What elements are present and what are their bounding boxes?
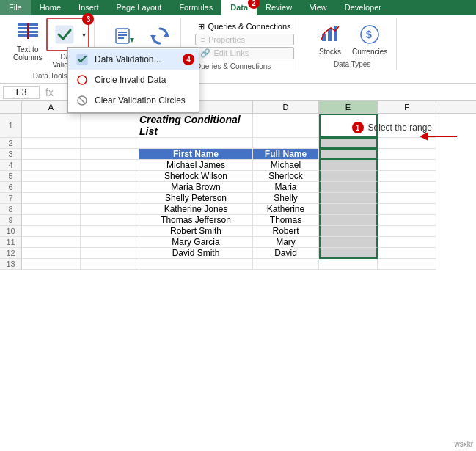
dropdown-clear-circles-item[interactable]: Clear Validation Circles	[68, 90, 199, 111]
cell-d10[interactable]: Robert	[253, 226, 319, 237]
dropdown-circle-invalid-item[interactable]: Circle Invalid Data	[68, 70, 199, 90]
cell-f5[interactable]	[378, 171, 436, 182]
cell-d2[interactable]	[253, 138, 319, 149]
cell-a2[interactable]	[22, 138, 81, 149]
cell-a6[interactable]	[22, 182, 81, 193]
cell-e8[interactable]	[319, 204, 378, 215]
cell-d12[interactable]: David	[253, 248, 319, 259]
cell-e10[interactable]	[319, 226, 378, 237]
cell-e7[interactable]	[319, 193, 378, 204]
cell-c4[interactable]: Michael James	[139, 160, 253, 171]
cell-a3[interactable]	[22, 149, 81, 160]
cell-c8[interactable]: Katherine Jones	[139, 204, 253, 215]
cell-b1[interactable]	[81, 114, 139, 138]
cell-a5[interactable]	[22, 171, 81, 182]
cell-b8[interactable]	[81, 204, 139, 215]
stocks-button[interactable]: Stocks	[314, 20, 346, 57]
corner-cell	[0, 101, 22, 113]
svg-marker-10	[130, 38, 134, 43]
queries-connections-button[interactable]: ⊞ Queries & Connections	[195, 21, 293, 32]
cell-c7[interactable]: Shelly Peterson	[139, 193, 253, 204]
cell-f13[interactable]	[378, 259, 436, 270]
cell-f11[interactable]	[378, 237, 436, 248]
cell-d5[interactable]: Sherlock	[253, 171, 319, 182]
tab-view[interactable]: View	[301, 0, 336, 15]
cell-b5[interactable]	[81, 171, 139, 182]
cell-a8[interactable]	[22, 204, 81, 215]
cell-e13[interactable]	[319, 259, 378, 270]
tab-formulas[interactable]: Formulas	[170, 0, 221, 15]
dropdown-badge-4: 4	[183, 54, 194, 65]
tab-developer[interactable]: Developer	[336, 0, 390, 15]
data-validation-button[interactable]	[48, 20, 81, 49]
cell-d1[interactable]	[253, 114, 319, 138]
cell-c5[interactable]: Sherlock Wilson	[139, 171, 253, 182]
cell-a12[interactable]	[22, 248, 81, 259]
cell-f8[interactable]	[378, 204, 436, 215]
cell-f4[interactable]	[378, 160, 436, 171]
cell-e2[interactable]	[319, 138, 378, 149]
cell-d3-header[interactable]: Full Name	[253, 149, 319, 160]
cell-f6[interactable]	[378, 182, 436, 193]
cell-b11[interactable]	[81, 237, 139, 248]
cell-b4[interactable]	[81, 160, 139, 171]
cell-e12[interactable]	[319, 248, 378, 259]
cell-d8[interactable]: Katherine	[253, 204, 319, 215]
cell-a13[interactable]	[22, 259, 81, 270]
svg-point-19	[78, 76, 87, 84]
cell-c10[interactable]: Robert Smith	[139, 226, 253, 237]
cell-a11[interactable]	[22, 237, 81, 248]
cell-e9[interactable]	[319, 215, 378, 226]
cell-d13[interactable]	[253, 259, 319, 270]
tab-home[interactable]: Home	[31, 0, 70, 15]
cell-e3[interactable]	[319, 149, 378, 160]
cell-c6[interactable]: Maria Brown	[139, 182, 253, 193]
cell-b9[interactable]	[81, 215, 139, 226]
svg-rect-14	[328, 29, 332, 41]
cell-reference[interactable]	[3, 86, 40, 99]
cell-a1[interactable]	[22, 114, 81, 138]
tab-page-layout[interactable]: Page Layout	[108, 0, 171, 15]
currencies-button[interactable]: $ Currencies	[349, 20, 390, 57]
cell-d4[interactable]: Michael	[253, 160, 319, 171]
cell-a7[interactable]	[22, 193, 81, 204]
tab-file[interactable]: File	[0, 0, 31, 15]
tab-insert[interactable]: Insert	[70, 0, 108, 15]
cell-c12[interactable]: David Smith	[139, 248, 253, 259]
cell-a10[interactable]	[22, 226, 81, 237]
cell-b10[interactable]	[81, 226, 139, 237]
cell-c9[interactable]: Thomas Jefferson	[139, 215, 253, 226]
cell-c13[interactable]	[139, 259, 253, 270]
cell-e4[interactable]	[319, 160, 378, 171]
cell-e6[interactable]	[319, 182, 378, 193]
cell-b6[interactable]	[81, 182, 139, 193]
cell-e5[interactable]	[319, 171, 378, 182]
cell-f9[interactable]	[378, 215, 436, 226]
cell-c11[interactable]: Mary Garcia	[139, 237, 253, 248]
cell-b2[interactable]	[81, 138, 139, 149]
cell-d7[interactable]: Shelly	[253, 193, 319, 204]
cell-d6[interactable]: Maria	[253, 182, 319, 193]
cell-d11[interactable]: Mary	[253, 237, 319, 248]
cell-b12[interactable]	[81, 248, 139, 259]
cell-c3-header[interactable]: First Name	[139, 149, 253, 160]
cell-f7[interactable]	[378, 193, 436, 204]
row-8: 8 Katherine Jones Katherine	[0, 204, 476, 215]
cell-a4[interactable]	[22, 160, 81, 171]
cell-f10[interactable]	[378, 226, 436, 237]
cell-f3[interactable]	[378, 149, 436, 160]
text-to-columns-button[interactable]: Text toColumns	[10, 18, 45, 69]
tab-review[interactable]: Review	[257, 0, 301, 15]
cell-a9[interactable]	[22, 215, 81, 226]
cell-c1[interactable]: Creating Conditional List	[139, 114, 253, 138]
tab-data[interactable]: Data 2	[221, 0, 257, 15]
cell-e11[interactable]	[319, 237, 378, 248]
dropdown-data-validation-item[interactable]: Data Validation... 4	[68, 49, 199, 70]
row-3: 3 First Name Full Name	[0, 149, 476, 160]
cell-b3[interactable]	[81, 149, 139, 160]
cell-f12[interactable]	[378, 248, 436, 259]
cell-b13[interactable]	[81, 259, 139, 270]
cell-b7[interactable]	[81, 193, 139, 204]
cell-c2[interactable]	[139, 138, 253, 149]
cell-d9[interactable]: Thomas	[253, 215, 319, 226]
